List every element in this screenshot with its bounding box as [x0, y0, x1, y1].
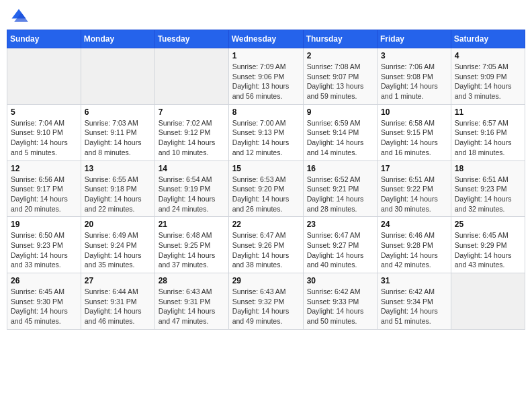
calendar-cell	[7, 48, 81, 105]
page-header	[7, 7, 525, 26]
cell-info: Sunrise: 7:08 AM Sunset: 9:07 PM Dayligh…	[307, 62, 373, 101]
calendar-cell: 20Sunrise: 6:49 AM Sunset: 9:24 PM Dayli…	[81, 217, 154, 273]
calendar-cell: 15Sunrise: 6:53 AM Sunset: 9:20 PM Dayli…	[228, 161, 303, 217]
calendar-cell: 21Sunrise: 6:48 AM Sunset: 9:25 PM Dayli…	[154, 217, 228, 273]
day-number: 13	[85, 164, 151, 173]
logo	[9, 7, 31, 26]
day-number: 20	[85, 220, 151, 229]
calendar-week-row: 26Sunrise: 6:45 AM Sunset: 9:30 PM Dayli…	[7, 273, 525, 330]
calendar-cell: 22Sunrise: 6:47 AM Sunset: 9:26 PM Dayli…	[228, 217, 303, 273]
cell-info: Sunrise: 6:55 AM Sunset: 9:18 PM Dayligh…	[85, 175, 151, 214]
cell-info: Sunrise: 6:47 AM Sunset: 9:26 PM Dayligh…	[232, 230, 300, 270]
cell-info: Sunrise: 6:51 AM Sunset: 9:23 PM Dayligh…	[455, 175, 521, 214]
calendar-cell	[81, 48, 154, 105]
calendar-cell: 14Sunrise: 6:54 AM Sunset: 9:19 PM Dayli…	[154, 161, 228, 217]
cell-info: Sunrise: 6:52 AM Sunset: 9:21 PM Dayligh…	[307, 175, 373, 214]
day-number: 4	[455, 51, 521, 60]
calendar-cell: 19Sunrise: 6:50 AM Sunset: 9:23 PM Dayli…	[7, 217, 81, 273]
cell-info: Sunrise: 6:50 AM Sunset: 9:23 PM Dayligh…	[11, 230, 77, 270]
logo-icon	[9, 7, 28, 26]
calendar-cell: 27Sunrise: 6:44 AM Sunset: 9:31 PM Dayli…	[81, 273, 154, 330]
day-header-monday: Monday	[81, 30, 154, 48]
calendar-cell	[451, 273, 525, 330]
calendar-cell: 4Sunrise: 7:05 AM Sunset: 9:09 PM Daylig…	[451, 48, 525, 105]
cell-info: Sunrise: 6:54 AM Sunset: 9:19 PM Dayligh…	[159, 175, 225, 214]
day-number: 5	[11, 107, 77, 117]
day-number: 28	[159, 276, 225, 285]
day-number: 8	[232, 107, 300, 117]
calendar-cell: 11Sunrise: 6:57 AM Sunset: 9:16 PM Dayli…	[451, 104, 525, 161]
day-number: 27	[85, 276, 151, 285]
calendar-week-row: 12Sunrise: 6:56 AM Sunset: 9:17 PM Dayli…	[7, 161, 525, 217]
calendar-cell: 23Sunrise: 6:47 AM Sunset: 9:27 PM Dayli…	[303, 217, 377, 273]
cell-info: Sunrise: 7:03 AM Sunset: 9:11 PM Dayligh…	[85, 118, 151, 158]
day-header-saturday: Saturday	[451, 30, 525, 48]
cell-info: Sunrise: 6:53 AM Sunset: 9:20 PM Dayligh…	[232, 175, 300, 214]
day-number: 29	[232, 276, 300, 285]
cell-info: Sunrise: 6:48 AM Sunset: 9:25 PM Dayligh…	[159, 230, 225, 270]
cell-info: Sunrise: 7:02 AM Sunset: 9:12 PM Dayligh…	[159, 118, 225, 158]
day-number: 1	[232, 51, 300, 60]
day-number: 3	[381, 51, 447, 60]
day-header-thursday: Thursday	[303, 30, 377, 48]
calendar-cell: 29Sunrise: 6:43 AM Sunset: 9:32 PM Dayli…	[228, 273, 303, 330]
day-number: 24	[381, 220, 447, 229]
day-number: 19	[11, 220, 77, 229]
day-number: 30	[307, 276, 373, 285]
calendar-cell: 1Sunrise: 7:09 AM Sunset: 9:06 PM Daylig…	[228, 48, 303, 105]
calendar-cell: 8Sunrise: 7:00 AM Sunset: 9:13 PM Daylig…	[228, 104, 303, 161]
calendar-cell: 2Sunrise: 7:08 AM Sunset: 9:07 PM Daylig…	[303, 48, 377, 105]
calendar-cell: 18Sunrise: 6:51 AM Sunset: 9:23 PM Dayli…	[451, 161, 525, 217]
day-header-sunday: Sunday	[7, 30, 81, 48]
calendar-cell: 10Sunrise: 6:58 AM Sunset: 9:15 PM Dayli…	[378, 104, 451, 161]
cell-info: Sunrise: 6:51 AM Sunset: 9:22 PM Dayligh…	[381, 175, 447, 214]
day-number: 23	[307, 220, 373, 229]
cell-info: Sunrise: 7:04 AM Sunset: 9:10 PM Dayligh…	[11, 118, 77, 158]
calendar-cell: 16Sunrise: 6:52 AM Sunset: 9:21 PM Dayli…	[303, 161, 377, 217]
calendar-cell: 31Sunrise: 6:42 AM Sunset: 9:34 PM Dayli…	[378, 273, 451, 330]
calendar-cell: 26Sunrise: 6:45 AM Sunset: 9:30 PM Dayli…	[7, 273, 81, 330]
calendar-cell: 7Sunrise: 7:02 AM Sunset: 9:12 PM Daylig…	[154, 104, 228, 161]
calendar-week-row: 1Sunrise: 7:09 AM Sunset: 9:06 PM Daylig…	[7, 48, 525, 105]
cell-info: Sunrise: 6:57 AM Sunset: 9:16 PM Dayligh…	[455, 118, 521, 158]
calendar-cell	[154, 48, 228, 105]
cell-info: Sunrise: 6:58 AM Sunset: 9:15 PM Dayligh…	[381, 118, 447, 158]
calendar-cell: 12Sunrise: 6:56 AM Sunset: 9:17 PM Dayli…	[7, 161, 81, 217]
calendar-week-row: 5Sunrise: 7:04 AM Sunset: 9:10 PM Daylig…	[7, 104, 525, 161]
day-number: 9	[307, 107, 373, 117]
calendar-table: SundayMondayTuesdayWednesdayThursdayFrid…	[7, 30, 525, 330]
cell-info: Sunrise: 6:45 AM Sunset: 9:29 PM Dayligh…	[455, 230, 521, 270]
calendar-cell: 24Sunrise: 6:46 AM Sunset: 9:28 PM Dayli…	[378, 217, 451, 273]
day-number: 21	[159, 220, 225, 229]
cell-info: Sunrise: 6:49 AM Sunset: 9:24 PM Dayligh…	[85, 230, 151, 270]
cell-info: Sunrise: 6:45 AM Sunset: 9:30 PM Dayligh…	[11, 287, 77, 326]
day-number: 22	[232, 220, 300, 229]
calendar-cell: 28Sunrise: 6:43 AM Sunset: 9:31 PM Dayli…	[154, 273, 228, 330]
cell-info: Sunrise: 6:56 AM Sunset: 9:17 PM Dayligh…	[11, 175, 77, 214]
calendar-week-row: 19Sunrise: 6:50 AM Sunset: 9:23 PM Dayli…	[7, 217, 525, 273]
cell-info: Sunrise: 6:59 AM Sunset: 9:14 PM Dayligh…	[307, 118, 373, 158]
day-number: 16	[307, 164, 373, 173]
cell-info: Sunrise: 6:47 AM Sunset: 9:27 PM Dayligh…	[307, 230, 373, 270]
day-header-tuesday: Tuesday	[154, 30, 228, 48]
cell-info: Sunrise: 7:09 AM Sunset: 9:06 PM Dayligh…	[232, 62, 300, 101]
calendar-cell: 5Sunrise: 7:04 AM Sunset: 9:10 PM Daylig…	[7, 104, 81, 161]
cell-info: Sunrise: 6:43 AM Sunset: 9:31 PM Dayligh…	[159, 287, 225, 326]
cell-info: Sunrise: 6:43 AM Sunset: 9:32 PM Dayligh…	[232, 287, 300, 326]
cell-info: Sunrise: 6:42 AM Sunset: 9:34 PM Dayligh…	[381, 287, 447, 326]
cell-info: Sunrise: 7:00 AM Sunset: 9:13 PM Dayligh…	[232, 118, 300, 158]
day-header-friday: Friday	[378, 30, 451, 48]
cell-info: Sunrise: 6:46 AM Sunset: 9:28 PM Dayligh…	[381, 230, 447, 270]
cell-info: Sunrise: 7:06 AM Sunset: 9:08 PM Dayligh…	[381, 62, 447, 101]
cell-info: Sunrise: 6:44 AM Sunset: 9:31 PM Dayligh…	[85, 287, 151, 326]
day-number: 6	[85, 107, 151, 117]
day-number: 15	[232, 164, 300, 173]
calendar-cell: 25Sunrise: 6:45 AM Sunset: 9:29 PM Dayli…	[451, 217, 525, 273]
day-number: 18	[455, 164, 521, 173]
day-number: 14	[159, 164, 225, 173]
calendar-cell: 6Sunrise: 7:03 AM Sunset: 9:11 PM Daylig…	[81, 104, 154, 161]
calendar-cell: 13Sunrise: 6:55 AM Sunset: 9:18 PM Dayli…	[81, 161, 154, 217]
day-number: 11	[455, 107, 521, 117]
calendar-cell: 30Sunrise: 6:42 AM Sunset: 9:33 PM Dayli…	[303, 273, 377, 330]
calendar-cell: 9Sunrise: 6:59 AM Sunset: 9:14 PM Daylig…	[303, 104, 377, 161]
